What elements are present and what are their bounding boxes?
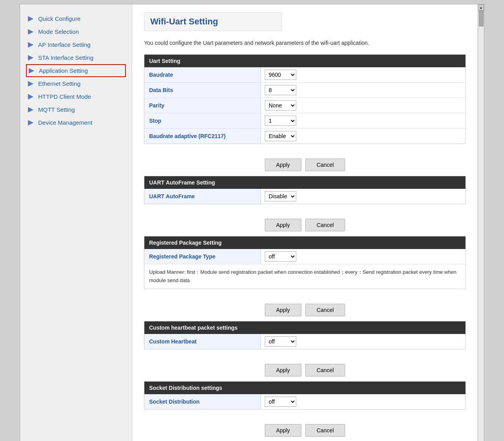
- cancel-button-socket-distribution[interactable]: Cancel: [305, 424, 345, 437]
- row-label-custom-heartbeat: Custom Heartbeat: [144, 335, 260, 348]
- settings-row-uart-autoframe: UART AutoFrameDisableEnable: [144, 189, 465, 204]
- row-label-data-bits: Data Bits: [144, 83, 260, 97]
- sidebar-item-label: MQTT Setting: [38, 106, 75, 113]
- section-registered-package: Registered Package SettingRegistered Pac…: [144, 236, 466, 289]
- row-value-stop: 12: [260, 113, 465, 128]
- button-row-registered-package: ApplyCancel: [144, 299, 466, 321]
- select-registered-package-type[interactable]: offfirstevery: [265, 251, 296, 262]
- row-value-uart-autoframe: DisableEnable: [260, 189, 465, 204]
- section-header-registered-package: Registered Package Setting: [144, 236, 465, 249]
- sidebar-item-ethernet-setting[interactable]: Ethernet Setting: [26, 77, 126, 90]
- arrow-icon: [28, 94, 35, 100]
- sidebar-item-mode-selection[interactable]: Mode Selection: [26, 25, 126, 38]
- sidebar-item-label: Ethernet Setting: [38, 80, 81, 87]
- apply-button-uart-autoframe[interactable]: Apply: [265, 219, 301, 231]
- arrow-icon: [28, 81, 35, 87]
- select-parity[interactable]: NoneOddEven: [265, 100, 296, 111]
- sidebar-item-mqtt-setting[interactable]: MQTT Setting: [26, 103, 126, 116]
- scroll-up-button[interactable]: ▲: [478, 4, 484, 11]
- sidebar-item-label: Application Setting: [39, 67, 88, 74]
- select-stop[interactable]: 12: [265, 116, 296, 126]
- select-data-bits[interactable]: 5678: [265, 85, 296, 95]
- arrow-icon: [29, 68, 36, 74]
- select-baudrate-adaptive[interactable]: EnableDisable: [265, 131, 296, 141]
- sidebar-item-label: HTTPD Client Mode: [38, 93, 91, 100]
- sidebar-item-quick-configure[interactable]: Quick Configure: [26, 12, 126, 25]
- row-value-baudrate-adaptive: EnableDisable: [260, 129, 465, 144]
- settings-row-baudrate-adaptive: Baudrate adaptive (RFC2117)EnableDisable: [144, 129, 465, 144]
- section-header-uart-setting: Uart Setting: [144, 55, 465, 67]
- section-header-custom-heartbeat: Custom heartbeat packet settings: [144, 321, 465, 334]
- cancel-button-uart-autoframe[interactable]: Cancel: [305, 219, 345, 231]
- sidebar-item-label: Mode Selection: [38, 28, 79, 35]
- settings-row-baudrate: Baudrate9600192003840057600115200: [144, 67, 465, 83]
- page-title: Wifi-Uart Setting: [144, 12, 282, 31]
- sidebar-item-label: AP Interface Setting: [38, 41, 90, 48]
- row-label-baudrate: Baudrate: [144, 68, 260, 81]
- main-content: Wifi-Uart Setting You could configure th…: [132, 4, 478, 441]
- apply-button-socket-distribution[interactable]: Apply: [265, 424, 301, 437]
- section-socket-distribution: Socket Distribution settingsSocket Distr…: [144, 381, 466, 410]
- arrow-icon: [28, 16, 35, 22]
- row-label-parity: Parity: [144, 99, 260, 112]
- row-label-socket-distribution: Socket Distribution: [144, 395, 260, 408]
- button-row-uart-autoframe: ApplyCancel: [144, 214, 466, 236]
- arrow-icon: [28, 29, 35, 35]
- sidebar-item-device-management[interactable]: Device Management: [26, 116, 126, 129]
- section-header-socket-distribution: Socket Distribution settings: [144, 382, 465, 394]
- select-uart-autoframe[interactable]: DisableEnable: [265, 191, 296, 201]
- row-value-socket-distribution: offon: [260, 394, 465, 409]
- settings-row-socket-distribution: Socket Distributionoffon: [144, 394, 465, 409]
- select-custom-heartbeat[interactable]: offon: [265, 336, 296, 347]
- button-row-custom-heartbeat: ApplyCancel: [144, 359, 466, 381]
- sidebar-item-label: Device Management: [38, 119, 92, 126]
- select-socket-distribution[interactable]: offon: [265, 397, 296, 407]
- apply-button-registered-package[interactable]: Apply: [265, 304, 301, 316]
- cancel-button-registered-package[interactable]: Cancel: [305, 304, 345, 316]
- row-value-data-bits: 5678: [260, 83, 465, 98]
- sidebar-item-ap-interface[interactable]: AP Interface Setting: [26, 38, 126, 51]
- settings-row-parity: ParityNoneOddEven: [144, 98, 465, 113]
- row-label-uart-autoframe: UART AutoFrame: [144, 190, 260, 203]
- section-header-uart-autoframe: UART AutoFrame Setting: [144, 176, 465, 189]
- row-value-registered-package-type: offfirstevery: [260, 249, 465, 264]
- section-note-registered-package: Upload Manner: first：Module send registr…: [144, 264, 465, 289]
- apply-button-custom-heartbeat[interactable]: Apply: [265, 364, 301, 376]
- arrow-icon: [28, 107, 35, 113]
- cancel-button-custom-heartbeat[interactable]: Cancel: [305, 364, 345, 376]
- sidebar-item-label: Quick Configure: [38, 15, 81, 22]
- scrollbar-thumb[interactable]: [479, 11, 484, 26]
- row-value-baudrate: 9600192003840057600115200: [260, 67, 465, 82]
- settings-row-stop: Stop12: [144, 113, 465, 129]
- sidebar-item-application-setting[interactable]: Application Setting: [26, 64, 126, 77]
- section-uart-setting: Uart SettingBaudrate96001920038400576001…: [144, 54, 466, 144]
- row-value-custom-heartbeat: offon: [260, 334, 465, 349]
- sidebar-item-label: STA Interface Setting: [38, 54, 94, 61]
- button-row-socket-distribution: ApplyCancel: [144, 419, 466, 441]
- scrollbar[interactable]: ▲ ▼: [478, 4, 484, 441]
- scrollbar-track[interactable]: [478, 11, 484, 441]
- section-uart-autoframe: UART AutoFrame SettingUART AutoFrameDisa…: [144, 176, 466, 204]
- button-row-uart-setting: ApplyCancel: [144, 154, 466, 176]
- sidebar-item-sta-interface[interactable]: STA Interface Setting: [26, 51, 126, 64]
- arrow-icon: [28, 120, 35, 125]
- settings-row-data-bits: Data Bits5678: [144, 83, 465, 98]
- row-value-parity: NoneOddEven: [260, 98, 465, 113]
- cancel-button-uart-setting[interactable]: Cancel: [305, 159, 345, 171]
- page-description: You could configure the Uart parameters …: [144, 39, 466, 47]
- section-custom-heartbeat: Custom heartbeat packet settingsCustom H…: [144, 321, 466, 349]
- apply-button-uart-setting[interactable]: Apply: [265, 159, 301, 171]
- sidebar: Quick ConfigureMode SelectionAP Interfac…: [20, 4, 132, 441]
- settings-row-registered-package-type: Registered Package Typeofffirstevery: [144, 249, 465, 264]
- row-label-baudrate-adaptive: Baudrate adaptive (RFC2117): [144, 129, 260, 143]
- row-label-stop: Stop: [144, 114, 260, 127]
- row-label-registered-package-type: Registered Package Type: [144, 250, 260, 263]
- select-baudrate[interactable]: 9600192003840057600115200: [265, 70, 296, 80]
- arrow-icon: [28, 55, 35, 61]
- arrow-icon: [28, 42, 35, 48]
- settings-row-custom-heartbeat: Custom Heartbeatoffon: [144, 334, 465, 349]
- sidebar-item-httpd-client[interactable]: HTTPD Client Mode: [26, 90, 126, 103]
